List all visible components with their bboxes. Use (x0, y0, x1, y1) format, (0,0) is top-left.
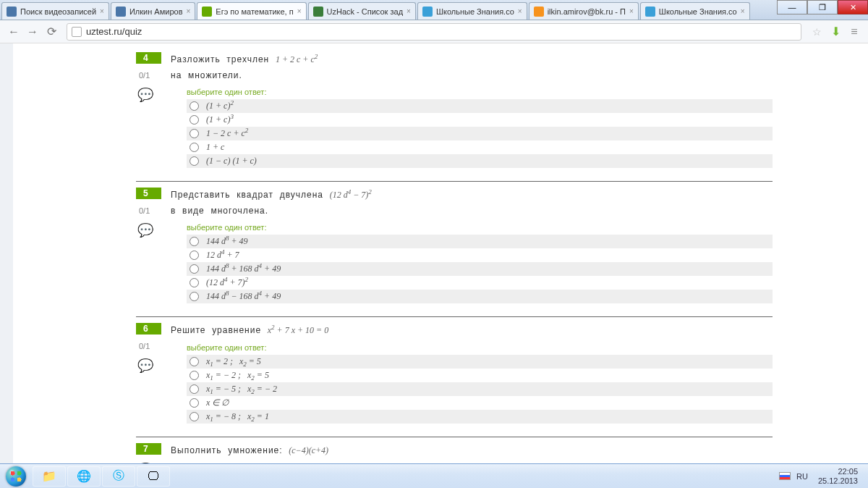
answer-option[interactable]: x1 = − 8 ; x2 = 1 (187, 410, 773, 424)
answer-radio[interactable] (190, 115, 199, 125)
bookmark-star-icon[interactable]: ☆ (809, 24, 825, 40)
tab-close-icon[interactable]: × (518, 7, 522, 15)
browser-tab[interactable]: ilkin.amirov@bk.ru - П× (529, 2, 639, 20)
answer-radio[interactable] (190, 292, 199, 301)
page-viewport: 4 0/1 💬 Разложить трехчлен 1 + 2 c + c2н… (13, 43, 867, 463)
answer-radio[interactable] (190, 278, 199, 287)
answer-radio[interactable] (190, 384, 199, 394)
tab-favicon (202, 7, 212, 17)
tab-close-icon[interactable]: × (407, 7, 411, 15)
answer-text: (1 − c) (1 + c) (206, 156, 257, 167)
tab-title: Егэ по математике, п (216, 7, 293, 16)
answer-text: 144 d8 − 168 d4 + 49 (206, 291, 281, 302)
tab-close-icon[interactable]: × (100, 7, 104, 15)
answer-option[interactable]: x1 = 2 ; x2 = 5 (187, 355, 773, 369)
answer-radio[interactable] (190, 101, 199, 111)
answer-radio[interactable] (190, 264, 199, 274)
answer-radio[interactable] (190, 412, 199, 421)
answer-text: 1 + c (206, 142, 224, 153)
tab-favicon (645, 7, 655, 17)
question-text: Выполнить умножение: (c−4)(c+4) (171, 443, 773, 459)
download-icon[interactable]: ⬇ (827, 24, 843, 40)
answer-option[interactable]: (1 − c) (1 + c) (187, 154, 773, 168)
browser-tab[interactable]: Егэ по математике, п× (197, 2, 306, 20)
question-block: 6 0/1 💬 Решите уравнение x2 + 7 x + 10 =… (136, 316, 773, 437)
answer-text: 12 d4 + 7 (206, 250, 239, 261)
tab-title: Илкин Амиров (129, 7, 183, 16)
comment-icon[interactable]: 💬 (137, 222, 171, 238)
tab-close-icon[interactable]: × (741, 7, 745, 15)
answer-text: 144 d8 + 49 (206, 236, 248, 247)
tab-title: Школьные Знания.co (659, 7, 737, 16)
answer-radio[interactable] (190, 398, 199, 408)
question-score: 0/1 (139, 71, 171, 80)
browser-tab[interactable]: UzHack - Список зад× (308, 2, 416, 20)
menu-icon[interactable]: ≡ (846, 24, 862, 40)
browser-tab[interactable]: Школьные Знания.co× (417, 2, 527, 20)
browser-toolbar: ← → ⟳ ☆ ⬇ ≡ (0, 20, 868, 43)
taskbar-chrome[interactable]: 🌐 (67, 466, 101, 487)
address-bar[interactable] (67, 23, 801, 41)
answer-option[interactable]: 144 d8 + 168 d4 + 49 (187, 262, 773, 276)
browser-tab[interactable]: Школьные Знания.co× (640, 2, 750, 20)
answer-option[interactable]: 1 + c (187, 140, 773, 154)
answer-radio[interactable] (190, 357, 199, 366)
url-input[interactable] (86, 26, 796, 37)
question-text: Представить квадрат двучлена (12 d4 − 7)… (171, 188, 773, 219)
question-block: 4 0/1 💬 Разложить трехчлен 1 + 2 c + c2н… (136, 46, 773, 181)
comment-icon[interactable]: 💬 (137, 87, 171, 103)
answer-option[interactable]: 12 d4 + 7 (187, 248, 773, 262)
tab-close-icon[interactable]: × (297, 7, 302, 15)
taskbar-explorer[interactable]: 📁 (33, 466, 66, 487)
question-number: 7 (136, 443, 161, 455)
tray-flag-icon[interactable] (779, 472, 791, 480)
answer-option[interactable]: 1 − 2 c + c2 (187, 127, 773, 140)
tray-lang[interactable]: RU (796, 472, 808, 481)
answer-option[interactable]: x1 = − 5 ; x2 = − 2 (187, 382, 773, 396)
answer-radio[interactable] (190, 371, 199, 380)
tab-favicon (7, 7, 17, 17)
page-scrollbar[interactable] (0, 43, 13, 463)
answer-option[interactable]: 144 d8 − 168 d4 + 49 (187, 290, 773, 303)
window-close[interactable]: ✕ (838, 0, 868, 14)
answer-option[interactable]: (12 d4 + 7)2 (187, 276, 773, 290)
answer-option[interactable]: x1 = − 2 ; x2 = 5 (187, 369, 773, 382)
question-number: 6 (136, 323, 161, 335)
answer-text: (12 d4 + 7)2 (206, 277, 248, 288)
browser-tab[interactable]: Поиск видеозаписей× (1, 2, 109, 20)
tab-title: ilkin.amirov@bk.ru - П (548, 7, 626, 16)
answer-text: x1 = − 8 ; x2 = 1 (206, 411, 269, 422)
answer-radio[interactable] (190, 156, 199, 166)
reload-button[interactable]: ⟳ (43, 24, 59, 40)
start-button[interactable] (0, 464, 32, 489)
answer-text: (1 + c)3 (206, 114, 234, 125)
window-minimize[interactable]: — (777, 0, 807, 14)
taskbar-app[interactable]: 🖵 (137, 466, 170, 487)
tab-title: Школьные Знания.co (436, 7, 514, 16)
answer-option[interactable]: 144 d8 + 49 (187, 235, 773, 248)
question-block: 7 💬 Выполнить умножение: (c−4)(c+4) выбе… (136, 437, 773, 463)
answer-text: 1 − 2 c + c2 (206, 128, 248, 139)
answer-radio[interactable] (190, 143, 199, 152)
window-maximize[interactable]: ❐ (807, 0, 838, 14)
back-button[interactable]: ← (6, 24, 22, 40)
forward-button[interactable]: → (25, 24, 41, 40)
question-number: 4 (136, 52, 161, 64)
answer-option[interactable]: (1 + c)3 (187, 113, 773, 127)
question-text: Решите уравнение x2 + 7 x + 10 = 0 (171, 323, 773, 339)
answer-text: 144 d8 + 168 d4 + 49 (206, 264, 281, 274)
tab-favicon (534, 7, 544, 17)
taskbar-skype[interactable]: Ⓢ (102, 466, 135, 487)
answer-text: (1 + c)2 (206, 101, 234, 112)
answer-instruction: выберите один ответ: (187, 223, 773, 232)
comment-icon[interactable]: 💬 (137, 358, 171, 374)
answer-option[interactable]: x ∈ ∅ (187, 396, 773, 410)
answer-option[interactable]: (1 + c)2 (187, 99, 773, 113)
tab-close-icon[interactable]: × (186, 7, 190, 15)
answer-radio[interactable] (190, 129, 199, 138)
tray-clock[interactable]: 22:05 25.12.2013 (814, 467, 862, 484)
answer-radio[interactable] (190, 251, 199, 260)
browser-tab[interactable]: Илкин Амиров× (111, 2, 195, 20)
tab-close-icon[interactable]: × (629, 7, 634, 15)
answer-radio[interactable] (190, 237, 199, 246)
